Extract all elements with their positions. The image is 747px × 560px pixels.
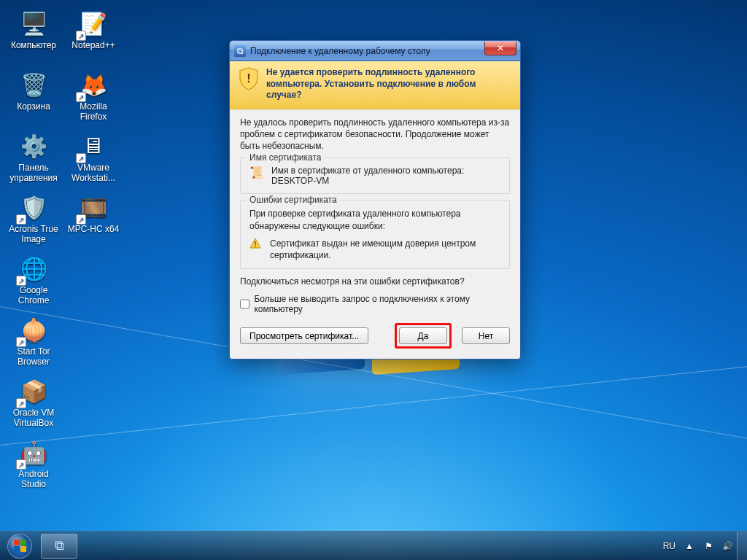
- desktop-icon-label: Start Tor Browser: [7, 347, 61, 368]
- app-icon: 🤖↗: [18, 436, 50, 468]
- desktop-icon[interactable]: ⚙️Панель управления: [6, 127, 61, 188]
- language-indicator[interactable]: RU: [663, 541, 676, 551]
- desktop-icon-label: Компьютер: [11, 41, 56, 51]
- app-icon: 🗑️: [18, 69, 50, 101]
- desktop-icon[interactable]: 🌐↗Google Chrome: [6, 249, 61, 311]
- warning-banner: ! Не удается проверить подлинность удале…: [230, 61, 520, 109]
- dialog-title: Подключение к удаленному рабочему столу: [250, 46, 484, 56]
- shortcut-arrow-icon: ↗: [16, 398, 26, 408]
- desktop-icon[interactable]: 🧅↗Start Tor Browser: [6, 311, 61, 372]
- error-item: Сертификат выдан не имеющим доверия цент…: [270, 238, 500, 261]
- desktop-icon-label: Mozilla Firefox: [66, 102, 120, 122]
- desktop-icon[interactable]: 🖥️Компьютер: [6, 4, 61, 66]
- close-button[interactable]: ✕: [484, 42, 516, 55]
- app-icon: 🎞️↗: [77, 191, 109, 223]
- shortcut-arrow-icon: ↗: [76, 214, 86, 225]
- taskbar-item-rdp[interactable]: ⧉: [41, 534, 77, 559]
- rdp-icon: ⧉: [55, 538, 64, 553]
- app-icon: 🛡️↗: [18, 191, 50, 223]
- desktop-icon[interactable]: 📝↗Notepad++: [66, 4, 121, 66]
- shortcut-arrow-icon: ↗: [76, 92, 86, 102]
- desktop-icon[interactable]: 🗑️Корзина: [6, 66, 61, 127]
- shortcut-arrow-icon: ↗: [16, 214, 26, 225]
- desktop-icon-label: MPC-HC x64: [68, 225, 120, 235]
- shield-warning-icon: !: [239, 67, 259, 90]
- desktop-icon-label: VMware Workstati...: [66, 163, 120, 184]
- shortcut-arrow-icon: ↗: [76, 31, 86, 41]
- desktop-icon-label: Acronis True Image: [7, 225, 61, 245]
- connect-anyway-question: Подключиться несмотря на эти ошибки серт…: [240, 276, 510, 287]
- svg-text:!: !: [254, 240, 256, 248]
- start-button[interactable]: [0, 532, 39, 561]
- desktop-icon[interactable]: 📦↗Oracle VM VirtualBox: [6, 372, 61, 433]
- desktop-icon-label: Google Chrome: [7, 286, 61, 306]
- group-legend: Имя сертификата: [247, 152, 325, 163]
- desktop-icons: 🖥️Компьютер🗑️Корзина⚙️Панель управления🛡…: [6, 4, 121, 494]
- warning-text: Не удается проверить подлинность удаленн…: [266, 67, 511, 101]
- view-certificate-button[interactable]: Просмотреть сертификат...: [240, 327, 368, 344]
- desktop-icon[interactable]: 🛡️↗Acronis True Image: [6, 188, 61, 249]
- action-center-icon[interactable]: ⚑: [703, 541, 713, 551]
- desktop: 🖥️Компьютер🗑️Корзина⚙️Панель управления🛡…: [0, 0, 747, 560]
- desktop-icon-label: Android Studio: [7, 470, 61, 490]
- taskbar: ⧉ RU ▲ ⚑ 🔊: [0, 531, 747, 560]
- dialog-titlebar[interactable]: ⧉ Подключение к удаленному рабочему стол…: [230, 41, 520, 61]
- app-icon: 📦↗: [18, 375, 50, 407]
- app-icon: 📝↗: [77, 7, 109, 39]
- desktop-icon[interactable]: 🦊↗Mozilla Firefox: [66, 66, 121, 127]
- shortcut-arrow-icon: ↗: [16, 337, 26, 347]
- dont-ask-again-row: Больше не выводить запрос о подключениях…: [240, 294, 510, 314]
- desktop-icon-label: Корзина: [17, 102, 50, 112]
- desktop-icon-label: Oracle VM VirtualBox: [7, 408, 61, 429]
- group-legend: Ошибки сертификата: [247, 195, 340, 205]
- dialog-body: Не удалось проверить подлинность удаленн…: [230, 109, 520, 359]
- app-icon: 🧅↗: [18, 314, 50, 346]
- show-desktop-button[interactable]: [737, 532, 747, 561]
- yes-button[interactable]: Да: [399, 327, 447, 344]
- desktop-icon-label: Notepad++: [71, 41, 115, 51]
- certificate-icon: 📜: [249, 166, 264, 179]
- no-button[interactable]: Нет: [462, 327, 510, 344]
- rdp-icon: ⧉: [234, 45, 246, 57]
- desktop-icon-label: Панель управления: [7, 163, 61, 184]
- yes-button-highlight: Да: [395, 323, 452, 349]
- certificate-name-group: Имя сертификата 📜 Имя в сертификате от у…: [240, 158, 510, 194]
- tray-overflow-icon[interactable]: ▲: [684, 541, 694, 551]
- shortcut-arrow-icon: ↗: [76, 153, 86, 163]
- lead-paragraph: Не удалось проверить подлинность удаленн…: [240, 117, 510, 152]
- app-icon: 🦊↗: [77, 69, 109, 101]
- certificate-errors-group: Ошибки сертификата При проверке сертифик…: [240, 200, 510, 269]
- rdp-certificate-warning-dialog: ⧉ Подключение к удаленному рабочему стол…: [229, 40, 521, 359]
- shortcut-arrow-icon: ↗: [16, 276, 26, 286]
- app-icon: 🌐↗: [18, 252, 50, 284]
- cert-name-value: DESKTOP-VM: [271, 176, 464, 186]
- volume-icon[interactable]: 🔊: [722, 541, 732, 551]
- svg-text:!: !: [247, 72, 250, 85]
- close-icon: ✕: [497, 43, 504, 53]
- warning-triangle-icon: !: [249, 238, 263, 252]
- windows-logo-icon: [7, 534, 32, 559]
- errors-intro: При проверке сертификата удаленного комп…: [249, 208, 500, 231]
- app-icon: 🖥↗: [77, 130, 109, 162]
- dialog-footer: Просмотреть сертификат... Да Нет: [240, 323, 510, 349]
- desktop-icon[interactable]: 🖥↗VMware Workstati...: [66, 127, 121, 188]
- cert-caption: Имя в сертификате от удаленного компьюте…: [271, 166, 464, 176]
- dont-ask-again-label: Больше не выводить запрос о подключениях…: [254, 294, 510, 314]
- shortcut-arrow-icon: ↗: [16, 459, 26, 470]
- dont-ask-again-checkbox[interactable]: [240, 299, 249, 309]
- app-icon: ⚙️: [18, 130, 50, 162]
- desktop-icon[interactable]: 🎞️↗MPC-HC x64: [66, 188, 121, 249]
- desktop-icon[interactable]: 🤖↗Android Studio: [6, 433, 61, 494]
- system-tray: RU ▲ ⚑ 🔊: [663, 541, 737, 551]
- app-icon: 🖥️: [18, 7, 50, 39]
